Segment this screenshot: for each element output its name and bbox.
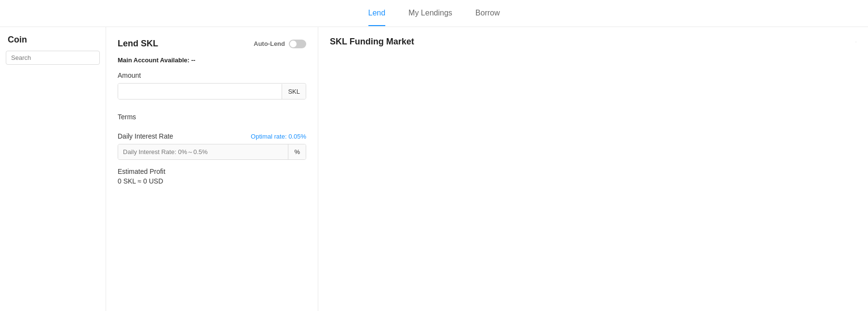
- amount-input[interactable]: [118, 84, 282, 99]
- estimated-profit-section: Estimated Profit 0 SKL ≈ 0 USD: [118, 168, 306, 185]
- top-navigation: LendMy LendingsBorrow: [0, 0, 868, 27]
- main-account-row: Main Account Available: --: [118, 57, 306, 64]
- rate-input-row: %: [118, 144, 306, 160]
- market-title: SKL Funding Market: [330, 37, 414, 47]
- rate-unit: %: [288, 144, 306, 159]
- search-input[interactable]: [6, 51, 100, 65]
- nav-item-borrow[interactable]: Borrow: [475, 1, 500, 26]
- amount-input-row: SKL: [118, 83, 306, 99]
- optimal-rate: Optimal rate: 0.05%: [251, 133, 306, 140]
- amount-label: Amount: [118, 71, 306, 79]
- estimated-profit-value: 0 SKL ≈ 0 USD: [118, 177, 306, 185]
- day-tabs: [855, 42, 856, 42]
- daily-rate-label: Daily Interest Rate: [118, 132, 173, 140]
- lend-panel-header: Lend SKL Auto-Lend: [118, 39, 306, 49]
- rate-section: Daily Interest Rate Optimal rate: 0.05% …: [118, 132, 306, 160]
- optimal-rate-prefix: Optimal rate:: [251, 133, 286, 140]
- amount-unit: SKL: [282, 84, 306, 99]
- rate-input[interactable]: [118, 144, 288, 159]
- lend-panel: Lend SKL Auto-Lend Main Account Availabl…: [106, 27, 318, 311]
- optimal-rate-value: 0.05%: [288, 133, 306, 140]
- market-header: SKL Funding Market: [330, 37, 856, 47]
- nav-item-lend[interactable]: Lend: [368, 1, 386, 26]
- terms-label: Terms: [118, 113, 306, 121]
- main-account-label: Main Account Available:: [118, 57, 190, 64]
- sidebar: Coin: [0, 27, 106, 311]
- main-account-value: --: [191, 57, 195, 64]
- estimated-profit-label: Estimated Profit: [118, 168, 306, 175]
- rate-header: Daily Interest Rate Optimal rate: 0.05%: [118, 132, 306, 140]
- lend-panel-title: Lend SKL: [118, 39, 158, 49]
- sidebar-title: Coin: [0, 35, 106, 51]
- market-panel: SKL Funding Market: [318, 27, 868, 311]
- nav-item-my-lendings[interactable]: My Lendings: [408, 1, 452, 26]
- auto-lend-row: Auto-Lend: [254, 40, 306, 48]
- terms-section: Terms: [118, 113, 306, 125]
- auto-lend-label: Auto-Lend: [254, 40, 285, 47]
- auto-lend-toggle[interactable]: [289, 40, 306, 48]
- main-layout: Coin Lend SKL Auto-Lend Main Account Ava…: [0, 27, 868, 311]
